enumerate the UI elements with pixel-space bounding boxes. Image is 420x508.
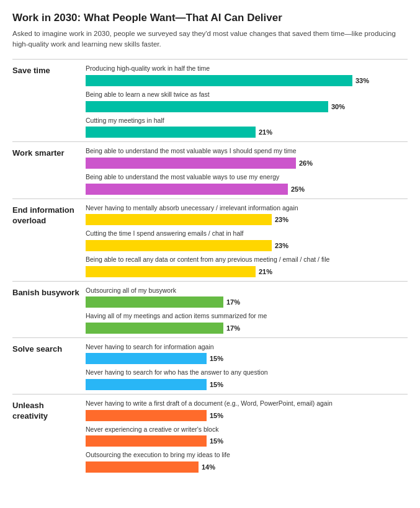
bar-item-2-1: Cutting the time I spend answering email… <box>86 229 408 251</box>
bar-item-1-0: Being able to understand the most valuab… <box>86 147 408 169</box>
bar-item-5-1: Never experiencing a creative or writer'… <box>86 426 408 447</box>
category-label-0: Save time <box>12 65 86 76</box>
bar-row-2-1: 23% <box>86 240 408 251</box>
category-label-4: Solve search <box>12 343 86 355</box>
category-row-3: Banish busyworkOutsourcing all of my bus… <box>12 281 408 337</box>
bar-label-1-1: Being able to understand the most valuab… <box>86 173 408 182</box>
bar-row-4-0: 15% <box>86 353 408 364</box>
bar-item-2-0: Never having to mentally absorb unecessa… <box>86 204 408 226</box>
bar-item-5-2: Outsourcing the execution to bring my id… <box>86 451 408 473</box>
bar-row-2-2: 21% <box>86 266 408 277</box>
category-label-5: Unleash creativity <box>12 399 86 422</box>
bar-item-0-0: Producing high-quality work in half the … <box>86 65 408 86</box>
main-title: Work in 2030: What People Want—That AI C… <box>12 11 408 25</box>
bar-label-0-1: Being able to learn a new skill twice as… <box>86 91 408 99</box>
bar-pct-5-2: 14% <box>202 463 215 471</box>
category-row-0: Save timeProducing high-quality work in … <box>12 59 408 141</box>
category-row-1: Work smarterBeing able to understand the… <box>12 141 408 198</box>
bar-item-4-0: Never having to search for information a… <box>86 343 408 365</box>
category-row-5: Unleash creativityNever having to write … <box>12 394 408 476</box>
bar-label-5-1: Never experiencing a creative or writer'… <box>86 426 408 434</box>
bars-group-5: Never having to write a first draft of a… <box>86 399 408 473</box>
bar-row-3-0: 17% <box>86 296 408 308</box>
bar-row-0-1: 30% <box>86 101 408 112</box>
bar-label-2-0: Never having to mentally absorb unecessa… <box>86 204 408 213</box>
bar-row-1-0: 26% <box>86 158 408 169</box>
bar-pct-2-0: 23% <box>275 216 288 223</box>
bar-row-3-1: 17% <box>86 323 408 334</box>
category-label-1: Work smarter <box>12 147 86 159</box>
bar-fill-2-1 <box>86 240 272 251</box>
bar-fill-5-2 <box>86 461 199 473</box>
bar-pct-0-0: 33% <box>355 77 369 84</box>
bar-fill-0-0 <box>86 75 352 86</box>
bar-fill-3-0 <box>86 296 223 308</box>
bar-fill-4-0 <box>86 353 207 364</box>
bar-row-5-0: 15% <box>86 410 408 421</box>
bars-group-4: Never having to search for information a… <box>86 343 408 390</box>
bar-item-3-1: Having all of my meetings and action ite… <box>86 312 408 334</box>
bars-group-0: Producing high-quality work in half the … <box>86 65 408 138</box>
bar-pct-2-2: 21% <box>259 268 272 275</box>
bar-pct-0-1: 30% <box>331 103 345 110</box>
bar-label-3-0: Outsourcing all of my busywork <box>86 287 408 295</box>
bar-label-0-0: Producing high-quality work in half the … <box>86 65 408 73</box>
bar-fill-3-1 <box>86 323 223 334</box>
bar-row-0-0: 33% <box>86 75 408 86</box>
bar-pct-4-0: 15% <box>210 355 223 362</box>
bar-fill-2-0 <box>86 214 272 225</box>
bar-row-1-1: 25% <box>86 184 408 195</box>
bar-label-4-0: Never having to search for information a… <box>86 343 408 352</box>
bar-row-2-0: 23% <box>86 214 408 225</box>
bar-item-1-1: Being able to understand the most valuab… <box>86 173 408 195</box>
bar-pct-3-0: 17% <box>226 298 240 306</box>
subtitle: Asked to imagine work in 2030, people we… <box>12 29 397 49</box>
bar-fill-0-2 <box>86 127 256 138</box>
bar-fill-0-1 <box>86 101 328 112</box>
bar-label-1-0: Being able to understand the most valuab… <box>86 147 408 156</box>
category-label-3: Banish busywork <box>12 287 86 298</box>
bar-item-4-1: Never having to search for who has the a… <box>86 368 408 390</box>
bar-item-0-1: Being able to learn a new skill twice as… <box>86 91 408 112</box>
bars-group-3: Outsourcing all of my busywork17%Having … <box>86 287 408 334</box>
category-row-4: Solve searchNever having to search for i… <box>12 337 408 394</box>
bar-pct-5-1: 15% <box>210 437 223 445</box>
bar-pct-1-0: 26% <box>299 159 313 167</box>
bar-pct-4-1: 15% <box>210 381 223 388</box>
bar-pct-2-1: 23% <box>275 242 288 249</box>
bars-group-2: Never having to mentally absorb unecessa… <box>86 204 408 277</box>
bar-fill-1-0 <box>86 158 296 169</box>
bar-pct-1-1: 25% <box>291 185 305 193</box>
bar-row-5-2: 14% <box>86 461 408 473</box>
category-row-2: End information overloadNever having to … <box>12 198 408 281</box>
bar-item-5-0: Never having to write a first draft of a… <box>86 399 408 421</box>
bar-pct-0-2: 21% <box>259 128 272 136</box>
category-label-2: End information overload <box>12 204 86 226</box>
bar-item-0-2: Cutting my meetings in half21% <box>86 117 408 138</box>
bar-label-4-1: Never having to search for who has the a… <box>86 368 408 377</box>
bar-label-2-2: Being able to recall any data or content… <box>86 256 408 264</box>
chart-container: Save timeProducing high-quality work in … <box>12 59 408 476</box>
bar-item-3-0: Outsourcing all of my busywork17% <box>86 287 408 308</box>
bar-row-5-1: 15% <box>86 435 408 447</box>
bar-item-2-2: Being able to recall any data or content… <box>86 256 408 277</box>
bar-fill-5-1 <box>86 435 207 447</box>
bar-pct-5-0: 15% <box>210 412 223 419</box>
bar-fill-1-1 <box>86 184 288 195</box>
bars-group-1: Being able to understand the most valuab… <box>86 147 408 194</box>
bar-fill-4-1 <box>86 379 207 390</box>
bar-label-5-0: Never having to write a first draft of a… <box>86 399 408 408</box>
bar-label-5-2: Outsourcing the execution to bring my id… <box>86 451 408 460</box>
bar-label-0-2: Cutting my meetings in half <box>86 117 408 125</box>
bar-fill-5-0 <box>86 410 207 421</box>
bar-pct-3-1: 17% <box>226 324 240 332</box>
bar-label-2-1: Cutting the time I spend answering email… <box>86 229 408 238</box>
bar-fill-2-2 <box>86 266 256 277</box>
bar-row-4-1: 15% <box>86 379 408 390</box>
bar-label-3-1: Having all of my meetings and action ite… <box>86 312 408 321</box>
bar-row-0-2: 21% <box>86 127 408 138</box>
